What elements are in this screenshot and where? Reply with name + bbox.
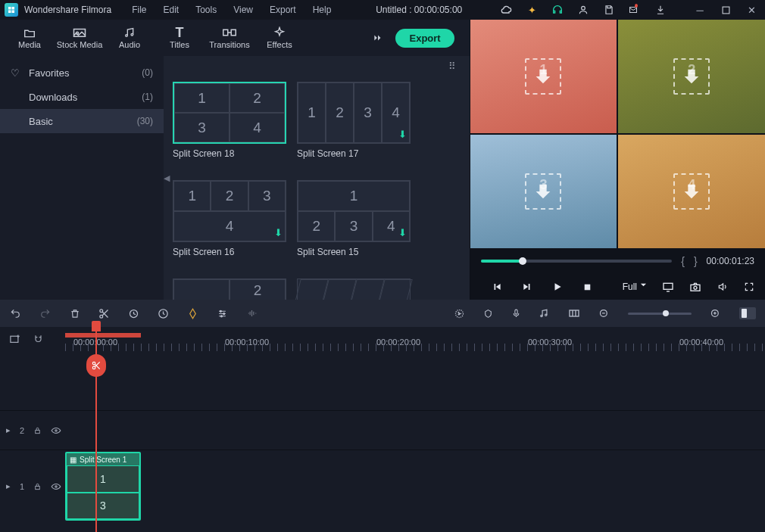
menu-help[interactable]: Help	[306, 2, 339, 17]
range-marker[interactable]	[65, 333, 141, 338]
template-thumb[interactable]: 1 2 3 4 ⬇ Split Screen 15	[297, 180, 411, 257]
delete-icon[interactable]	[70, 308, 80, 319]
display-icon[interactable]	[662, 282, 674, 292]
eye-icon[interactable]	[51, 483, 61, 490]
stop-icon[interactable]	[582, 282, 592, 292]
save-icon[interactable]	[603, 4, 615, 16]
sidebar-item-downloads[interactable]: Downloads (1)	[0, 85, 164, 109]
tab-media[interactable]: Media	[5, 20, 55, 56]
maximize-button[interactable]	[720, 4, 732, 16]
svg-rect-30	[36, 430, 40, 433]
tab-audio[interactable]: Audio	[105, 20, 155, 56]
svg-point-19	[220, 315, 222, 316]
render-icon[interactable]	[454, 308, 465, 319]
undo-icon[interactable]	[9, 308, 21, 319]
track-size-toggle[interactable]	[739, 307, 756, 319]
preview-canvas[interactable]: 1 2 3 4	[470, 20, 765, 248]
expand-chevron-icon[interactable]	[371, 33, 385, 43]
headphones-icon[interactable]	[551, 4, 564, 16]
account-icon[interactable]	[577, 4, 589, 16]
minimize-button[interactable]: ─	[694, 4, 706, 16]
snapshot-icon[interactable]	[689, 282, 701, 292]
preview-quadrant[interactable]: 2	[618, 20, 765, 133]
tab-titles[interactable]: TTitles	[155, 20, 205, 56]
marker-icon[interactable]	[483, 308, 493, 319]
add-track-icon[interactable]	[9, 334, 20, 344]
svg-point-0	[582, 6, 585, 10]
svg-rect-21	[515, 310, 517, 314]
svg-point-17	[220, 310, 221, 312]
preview-quadrant[interactable]: 3	[470, 135, 617, 248]
record-vo-icon[interactable]	[511, 307, 521, 319]
preview-quadrant[interactable]: 1	[470, 20, 617, 133]
crop-icon[interactable]	[128, 308, 139, 319]
lightbulb-icon[interactable]: ✦	[526, 4, 538, 16]
quadrant-num: 1	[539, 62, 547, 78]
sidebar-item-count: (30)	[137, 116, 153, 126]
library-tabs: Media Stock Media Audio TTitles Transiti…	[0, 20, 470, 56]
menu-edit[interactable]: Edit	[157, 2, 186, 17]
menu-tools[interactable]: Tools	[189, 2, 223, 17]
tab-effects[interactable]: Effects	[254, 20, 304, 56]
split-icon[interactable]	[98, 308, 110, 319]
volume-icon[interactable]	[717, 282, 729, 292]
zoom-out-icon[interactable]	[598, 308, 610, 319]
playhead[interactable]	[95, 327, 97, 532]
mark-in-icon[interactable]: {	[681, 255, 685, 267]
track-body[interactable]: ▦Split Screen 1 1 3	[65, 450, 765, 522]
scissors-icon[interactable]	[86, 354, 106, 377]
sidebar-item-label: Favorites	[29, 67, 69, 79]
cloud-icon[interactable]	[500, 4, 512, 16]
step-fwd-icon[interactable]	[522, 282, 532, 292]
track-body[interactable]	[65, 411, 765, 450]
zoom-in-icon[interactable]	[710, 308, 721, 319]
template-thumb[interactable]: 2	[173, 278, 286, 300]
magnet-icon[interactable]	[33, 334, 44, 344]
cell: 3	[248, 181, 286, 211]
speed-icon[interactable]	[158, 308, 169, 319]
sidebar-item-favorites[interactable]: ♡ Favorites (0)	[0, 61, 164, 85]
template-thumb[interactable]: 1 2 3 4 Split Screen 18	[173, 82, 286, 159]
step-back-icon[interactable]	[492, 282, 502, 292]
redo-icon[interactable]	[39, 308, 52, 319]
mixer-icon[interactable]	[539, 308, 550, 319]
adjust-icon[interactable]	[217, 309, 228, 319]
preview-quadrant[interactable]: 4	[618, 135, 765, 248]
menu-file[interactable]: File	[125, 2, 153, 17]
collapse-sidebar-icon[interactable]: ◀	[164, 173, 170, 183]
color-icon[interactable]	[187, 308, 198, 319]
download-icon[interactable]	[654, 4, 667, 16]
cell: 2	[326, 82, 354, 143]
menu-export[interactable]: Export	[263, 2, 303, 17]
keyframe-icon[interactable]	[568, 309, 580, 318]
grid-view-icon[interactable]: ⠿	[448, 61, 456, 72]
eye-icon[interactable]	[51, 427, 61, 434]
zoom-slider[interactable]	[628, 313, 692, 315]
timeline-ruler[interactable]: 00:00:00:00 00:00:10:00 00:00:20:00 00:0…	[65, 327, 765, 351]
template-thumb[interactable]	[297, 278, 411, 300]
export-button[interactable]: Export	[395, 29, 454, 48]
menu-view[interactable]: View	[226, 2, 260, 17]
template-thumb[interactable]: 1 2 3 4 ⬇ Split Screen 16	[173, 180, 286, 257]
mark-out-icon[interactable]: }	[694, 255, 698, 267]
tab-transitions[interactable]: Transitions	[205, 20, 254, 56]
track-type-icon: ▸	[6, 481, 11, 491]
timeline-clip[interactable]: ▦Split Screen 1 1 3	[65, 452, 141, 521]
template-thumb[interactable]: 1 2 3 4 ⬇ Split Screen 17	[297, 82, 411, 159]
audio-icon[interactable]	[246, 308, 258, 319]
lock-icon[interactable]	[33, 482, 42, 491]
mail-icon[interactable]	[629, 4, 641, 16]
lock-icon[interactable]	[33, 426, 42, 435]
play-icon[interactable]	[552, 282, 563, 292]
svg-rect-7	[223, 30, 228, 36]
fullscreen-icon[interactable]	[744, 282, 754, 292]
cell: 1	[173, 181, 211, 211]
sidebar-item-label: Downloads	[29, 92, 77, 103]
sidebar-item-basic[interactable]: Basic (30)	[0, 109, 164, 133]
close-button[interactable]: ✕	[745, 4, 757, 16]
preview-panel: 1 2 3 4 { } 00:00:01:23 Full	[470, 20, 765, 300]
tab-stock[interactable]: Stock Media	[55, 20, 105, 56]
app-logo	[5, 3, 18, 17]
seek-slider[interactable]	[481, 260, 673, 263]
quality-label[interactable]: Full	[623, 282, 647, 292]
